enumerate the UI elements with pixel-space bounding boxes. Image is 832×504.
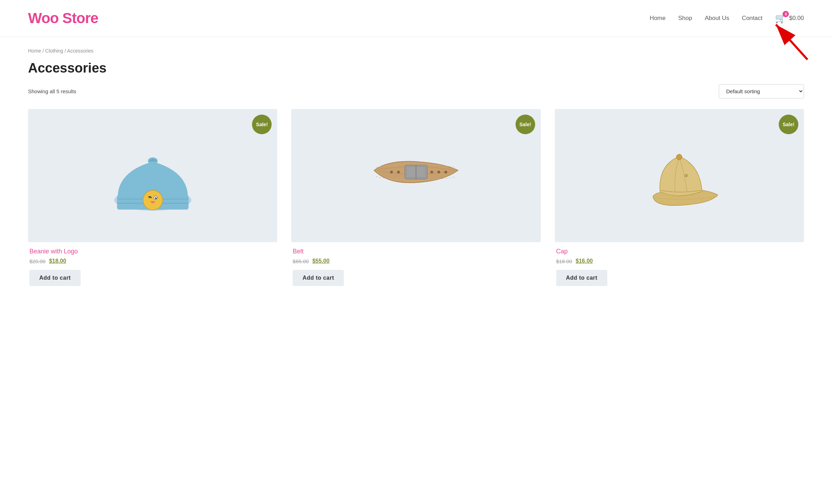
product-image-beanie[interactable]: Sale! — [28, 109, 277, 242]
product-card-beanie: Sale! — [28, 109, 277, 286]
site-logo[interactable]: Woo Store — [28, 10, 98, 27]
svg-point-19 — [676, 154, 682, 160]
sort-select[interactable]: Default sorting Sort by popularity Sort … — [719, 84, 804, 98]
svg-point-16 — [430, 171, 433, 173]
add-to-cart-cap[interactable]: Add to cart — [556, 270, 607, 286]
svg-point-9 — [155, 197, 157, 199]
price-wrap-cap: $18.00 $16.00 — [556, 258, 803, 264]
svg-point-10 — [156, 197, 157, 198]
svg-point-15 — [397, 171, 400, 173]
svg-point-18 — [444, 171, 447, 173]
add-to-cart-belt[interactable]: Add to cart — [293, 270, 344, 286]
price-wrap-belt: $65.00 $55.00 — [293, 258, 539, 264]
price-new-cap: $16.00 — [576, 258, 593, 264]
nav-home[interactable]: Home — [650, 15, 666, 22]
product-info-cap: Cap $18.00 $16.00 Add to cart — [555, 242, 804, 286]
product-info-beanie: Beanie with Logo $20.00 $18.00 Add to ca… — [28, 242, 277, 286]
breadcrumb-home[interactable]: Home — [28, 48, 41, 54]
page-title: Accessories — [28, 61, 804, 76]
main-content: Home / Clothing / Accessories Accessorie… — [0, 37, 832, 297]
cart-icon-wrapper: 🛒 0 — [775, 13, 786, 24]
main-nav: Home Shop About Us Contact 🛒 0 $0.00 — [650, 13, 804, 24]
price-new-belt: $55.00 — [312, 258, 329, 264]
belt-illustration — [370, 130, 462, 221]
nav-shop[interactable]: Shop — [678, 15, 692, 22]
sale-badge-beanie: Sale! — [252, 115, 272, 134]
svg-point-14 — [390, 171, 393, 173]
price-new-beanie: $18.00 — [49, 258, 66, 264]
product-name-belt[interactable]: Belt — [293, 248, 539, 255]
price-wrap-beanie: $20.00 $18.00 — [29, 258, 276, 264]
breadcrumb: Home / Clothing / Accessories — [28, 48, 804, 54]
results-count: Showing all 5 results — [28, 88, 76, 94]
site-header: Woo Store Home Shop About Us Contact 🛒 0… — [0, 0, 832, 37]
breadcrumb-clothing[interactable]: Clothing — [45, 48, 63, 54]
svg-point-20 — [685, 174, 688, 177]
product-grid: Sale! — [28, 109, 804, 286]
results-bar: Showing all 5 results Default sorting So… — [28, 84, 804, 98]
breadcrumb-current: Accessories — [67, 48, 93, 54]
cap-illustration — [634, 130, 725, 221]
breadcrumb-sep1: / — [42, 48, 45, 54]
price-old-cap: $18.00 — [556, 258, 572, 264]
svg-point-17 — [437, 171, 440, 173]
product-name-cap[interactable]: Cap — [556, 248, 803, 255]
cart-badge: 0 — [783, 11, 789, 17]
product-name-beanie[interactable]: Beanie with Logo — [29, 248, 276, 255]
product-card-cap: Sale! — [555, 109, 804, 286]
product-info-belt: Belt $65.00 $55.00 Add to cart — [291, 242, 540, 286]
product-card-belt: Sale! — [291, 109, 540, 286]
product-image-cap[interactable]: Sale! — [555, 109, 804, 242]
sale-badge-cap: Sale! — [779, 115, 798, 134]
nav-about[interactable]: About Us — [705, 15, 729, 22]
beanie-illustration — [107, 130, 198, 221]
cart-button[interactable]: 🛒 0 $0.00 — [775, 13, 804, 24]
add-to-cart-beanie[interactable]: Add to cart — [29, 270, 81, 286]
price-old-beanie: $20.00 — [29, 258, 46, 264]
cart-total: $0.00 — [789, 15, 804, 22]
nav-contact[interactable]: Contact — [742, 15, 763, 22]
product-image-belt[interactable]: Sale! — [291, 109, 540, 242]
price-old-belt: $65.00 — [293, 258, 309, 264]
svg-point-7 — [143, 190, 163, 210]
sale-badge-belt: Sale! — [516, 115, 535, 134]
